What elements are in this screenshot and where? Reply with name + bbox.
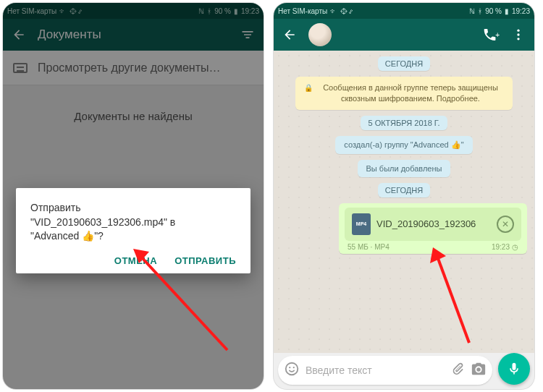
encryption-notice[interactable]: 🔒 Сообщения в данной группе теперь защищ… (295, 77, 513, 110)
bluetooth-icon: ᚼ (478, 7, 482, 15)
svg-point-5 (286, 363, 298, 375)
chat-scroll-area[interactable]: СЕГОДНЯ 🔒 Сообщения в данной группе тепе… (274, 51, 534, 353)
message-input-bar[interactable]: Введите текст (278, 356, 492, 385)
date-chip-today: СЕГОДНЯ (378, 56, 430, 71)
status-sim-text: Нет SIM-карты (278, 7, 327, 15)
camera-icon[interactable] (471, 361, 487, 380)
screen-document-picker: Нет SIM-карты ᯤ ⌖ ☍ ℕ ᚼ 90 % ▮ 19:23 Док… (3, 3, 264, 389)
message-input[interactable]: Введите текст (306, 365, 445, 376)
dialog-cancel-button[interactable]: ОТМЕНА (114, 255, 157, 266)
emoji-icon[interactable] (284, 361, 300, 380)
svg-point-7 (293, 367, 295, 368)
status-time: 19:23 (512, 7, 530, 15)
clock-icon: ◷ (512, 243, 518, 251)
document-filename: VID_20190603_192306 (376, 218, 491, 229)
svg-point-6 (289, 367, 290, 368)
mic-send-button[interactable] (498, 353, 530, 385)
file-type-icon: MP4 (352, 213, 371, 235)
svg-point-3 (517, 33, 519, 35)
nfc-icon: ℕ (469, 7, 475, 15)
back-icon[interactable] (281, 26, 298, 43)
outgoing-document-bubble[interactable]: MP4 VID_20190603_192306 ✕ 55 МБ · MP4 19… (339, 203, 527, 254)
date-chip: 5 ОКТЯБРЯ 2018 Г. (361, 116, 447, 130)
dialog-send-button[interactable]: ОТПРАВИТЬ (174, 255, 236, 266)
system-message-added: Вы были добавлены (358, 160, 451, 177)
attach-icon[interactable] (450, 362, 465, 379)
dialog-message: Отправить "VID_20190603_192306.mp4" в "A… (30, 201, 236, 244)
document-meta: 55 МБ · MP4 (348, 243, 390, 251)
send-confirmation-dialog: Отправить "VID_20190603_192306.mp4" в "A… (16, 188, 251, 273)
more-icon[interactable] (510, 26, 527, 43)
battery-icon: ▮ (505, 7, 509, 15)
svg-point-4 (517, 38, 519, 40)
battery-text: 90 % (485, 7, 502, 15)
call-icon[interactable]: + (482, 26, 500, 43)
status-icons-left: ᯤ ⌖ ☍ (330, 7, 353, 15)
screen-chat: Нет SIM-карты ᯤ ⌖ ☍ ℕ ᚼ 90 % ▮ 19:23 + (274, 3, 534, 389)
cancel-upload-button[interactable]: ✕ (497, 216, 514, 233)
appbar-chat: + (274, 19, 534, 51)
svg-point-2 (517, 30, 519, 32)
system-message-created: создал(-а) группу "Advanced 👍" (335, 136, 472, 154)
message-time: 19:23 (492, 243, 510, 251)
date-chip-today-2: СЕГОДНЯ (378, 183, 430, 197)
group-avatar[interactable] (308, 23, 332, 46)
status-bar: Нет SIM-карты ᯤ ⌖ ☍ ℕ ᚼ 90 % ▮ 19:23 (274, 3, 534, 19)
lock-icon: 🔒 (304, 83, 313, 93)
